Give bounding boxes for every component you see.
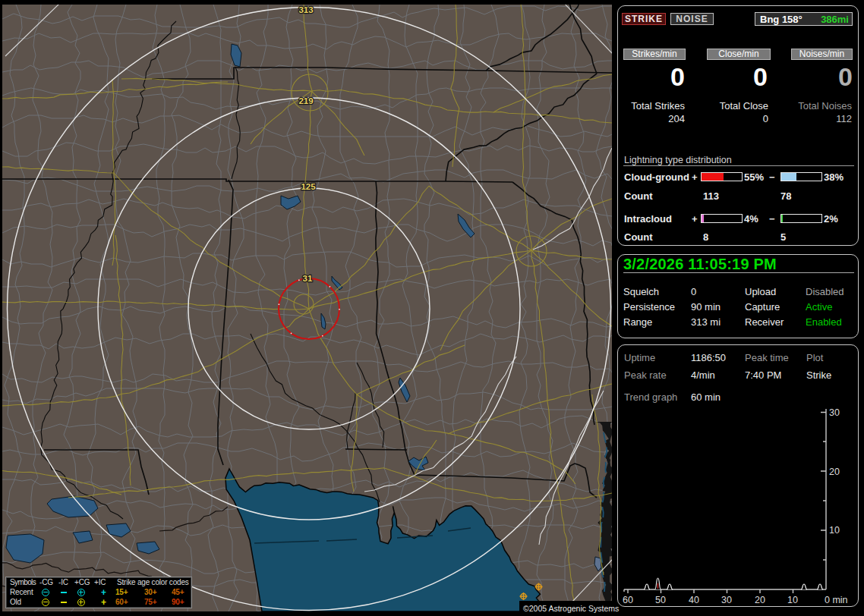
svg-text:20: 20 — [829, 467, 840, 477]
svg-text:60: 60 — [623, 595, 633, 605]
svg-text:125: 125 — [301, 182, 316, 191]
svg-text:10: 10 — [787, 595, 798, 605]
svg-text:40: 40 — [689, 595, 699, 605]
svg-text:10: 10 — [829, 525, 840, 536]
svg-text:219: 219 — [298, 96, 313, 105]
svg-text:30: 30 — [829, 407, 840, 418]
svg-text:31: 31 — [303, 274, 313, 283]
svg-text:0 min: 0 min — [825, 595, 848, 605]
svg-text:30: 30 — [721, 595, 732, 605]
svg-text:313: 313 — [298, 5, 313, 14]
svg-text:20: 20 — [755, 595, 765, 605]
svg-text:50: 50 — [655, 595, 666, 605]
